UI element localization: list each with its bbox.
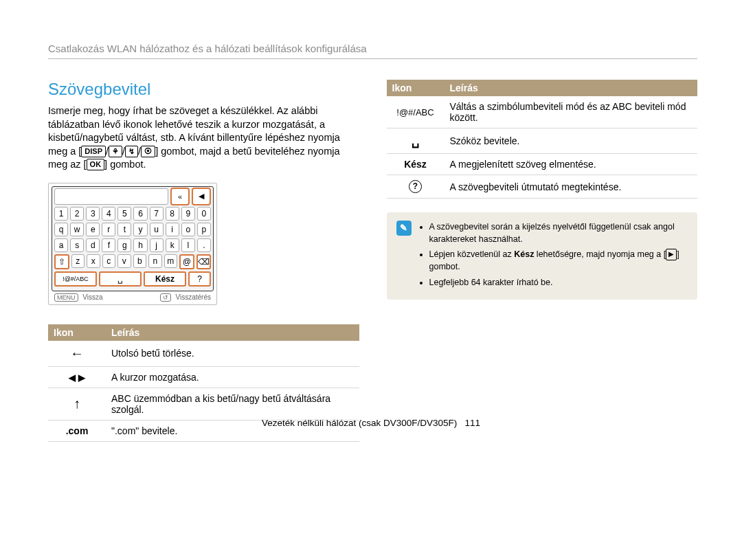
- desc: ABC üzemmódban a kis betű/nagy betű átvá…: [106, 388, 359, 420]
- back-label: Vissza: [82, 293, 102, 301]
- keyboard-row: 1 2 3 4 5 6 7 8 9 0: [54, 207, 211, 221]
- intro-text: ] gombot.: [104, 159, 146, 170]
- key[interactable]: p: [197, 223, 211, 236]
- key[interactable]: g: [117, 238, 131, 252]
- reset-icon: ↺: [160, 293, 171, 302]
- key[interactable]: d: [86, 238, 100, 252]
- at-key[interactable]: @: [179, 254, 194, 269]
- key[interactable]: 0: [197, 207, 211, 221]
- menu-key-icon: MENU: [54, 293, 78, 302]
- section-title: Szövegbevitel: [48, 80, 359, 99]
- page-footer: Vezeték nélküli hálózat (csak DV300F/DV3…: [0, 418, 742, 428]
- note-item: Legfeljebb 64 karakter írható be.: [429, 276, 688, 289]
- note-item: Lépjen közvetlenül az Kész lehetőségre, …: [429, 248, 688, 273]
- cursor-left-icon: ◀: [192, 188, 211, 205]
- key[interactable]: 1: [54, 207, 68, 221]
- key[interactable]: c: [102, 254, 116, 268]
- page-number: 111: [465, 418, 481, 428]
- table-row: !@#/ABC Váltás a szimbólumbeviteli mód é…: [387, 96, 698, 128]
- key[interactable]: t: [117, 223, 131, 236]
- reset-label: Visszatérés: [175, 293, 211, 301]
- desc: A kurzor mozgatása.: [106, 366, 359, 388]
- divider: [48, 58, 697, 59]
- desc: Szóköz bevitele.: [445, 128, 698, 154]
- keyboard-screenshot: « ◀ 1 2 3 4 5 6 7 8 9 0: [48, 183, 217, 305]
- intro-paragraph: Ismerje meg, hogy írhat be szöveget a ké…: [48, 104, 359, 172]
- breadcrumb: Csatlakozás WLAN hálózathoz és a hálózat…: [48, 43, 697, 54]
- keyboard-row: ⇧ z x c v b n m @ ⌫: [54, 254, 211, 269]
- key[interactable]: .: [197, 238, 211, 252]
- footer-label: Vezeték nélküli hálózat (csak DV300F/DV3…: [262, 418, 457, 428]
- key[interactable]: k: [166, 238, 179, 252]
- th-ikon: Ikon: [387, 80, 445, 96]
- key[interactable]: o: [181, 223, 195, 236]
- mode-key[interactable]: !@#/ABC: [54, 271, 97, 287]
- desc: Utolsó betű törlése.: [106, 341, 359, 367]
- key[interactable]: b: [133, 254, 147, 268]
- key[interactable]: u: [150, 223, 164, 236]
- key[interactable]: n: [148, 254, 162, 268]
- note-box: A szövegbevitel során a kijelzés nyelvét…: [387, 212, 698, 300]
- txt: lehetőségre, majd nyomja meg a [: [534, 249, 666, 259]
- backspace-icon: [70, 349, 84, 360]
- table-row: Kész A megjelenített szöveg elmentése.: [387, 154, 698, 175]
- desc: Váltás a szimbólumbeviteli mód és az ABC…: [445, 96, 698, 128]
- key[interactable]: 7: [150, 207, 164, 221]
- key[interactable]: z: [71, 254, 85, 268]
- key[interactable]: 2: [70, 207, 84, 221]
- bold-term: Kész: [514, 249, 534, 259]
- table-row: ABC üzemmódban a kis betű/nagy betű átvá…: [48, 388, 359, 420]
- key[interactable]: w: [70, 223, 84, 236]
- th-leiras: Leírás: [445, 80, 698, 96]
- table-row: A szövegbeviteli útmutató megtekintése.: [387, 175, 698, 199]
- key[interactable]: x: [87, 254, 100, 268]
- right-column: Ikon Leírás !@#/ABC Váltás a szimbólumbe…: [387, 80, 698, 442]
- key[interactable]: l: [181, 238, 195, 252]
- th-ikon: Ikon: [48, 324, 106, 341]
- key[interactable]: h: [133, 238, 147, 252]
- shift-key[interactable]: ⇧: [54, 254, 69, 269]
- help-icon: [409, 180, 422, 193]
- key[interactable]: 9: [181, 207, 195, 221]
- table-row: Utolsó betű törlése.: [48, 341, 359, 367]
- txt: Lépjen közvetlenül az: [429, 249, 515, 259]
- key[interactable]: a: [54, 238, 68, 252]
- table-row: Szóköz bevitele.: [387, 128, 698, 154]
- key[interactable]: v: [117, 254, 131, 268]
- macro-icon: ⚘: [109, 146, 122, 157]
- key[interactable]: 3: [86, 207, 100, 221]
- key[interactable]: y: [133, 223, 147, 236]
- key[interactable]: e: [86, 223, 100, 236]
- text-field: [54, 188, 168, 205]
- key[interactable]: i: [166, 223, 179, 236]
- shift-icon: [74, 399, 80, 410]
- desc: A megjelenített szöveg elmentése.: [445, 154, 698, 175]
- done-icon: Kész: [387, 154, 445, 175]
- key[interactable]: j: [150, 238, 164, 252]
- left-column: Szövegbevitel Ismerje meg, hogy írhat be…: [48, 80, 359, 442]
- keyboard-row: q w e r t y u i o p: [54, 223, 211, 236]
- disp-key-icon: DISP: [81, 146, 106, 157]
- note-item: A szövegbevitel során a kijelzés nyelvét…: [429, 221, 688, 245]
- cursor-icon: «: [170, 188, 190, 205]
- key[interactable]: 4: [102, 207, 115, 221]
- key[interactable]: 8: [166, 207, 179, 221]
- key[interactable]: 5: [117, 207, 131, 221]
- ok-key-icon: OK: [87, 159, 105, 170]
- key[interactable]: f: [102, 238, 115, 252]
- key[interactable]: m: [164, 254, 178, 268]
- keyboard-row: a s d f g h j k l .: [54, 238, 211, 252]
- help-key[interactable]: ?: [188, 271, 211, 287]
- done-key[interactable]: Kész: [144, 271, 186, 287]
- icon-table-right: Ikon Leírás !@#/ABC Váltás a szimbólumbe…: [387, 80, 698, 199]
- keyboard-footer: MENU Vissza ↺ Visszatérés: [52, 291, 214, 302]
- backspace-key[interactable]: ⌫: [196, 254, 212, 269]
- key[interactable]: s: [70, 238, 84, 252]
- space-key[interactable]: ␣: [99, 271, 142, 287]
- key[interactable]: r: [102, 223, 115, 236]
- key[interactable]: 6: [133, 207, 147, 221]
- play-key-icon: ▶: [666, 249, 677, 260]
- keyboard-row: !@#/ABC ␣ Kész ?: [54, 271, 211, 287]
- key[interactable]: q: [54, 223, 68, 236]
- mode-icon: !@#/ABC: [387, 96, 445, 128]
